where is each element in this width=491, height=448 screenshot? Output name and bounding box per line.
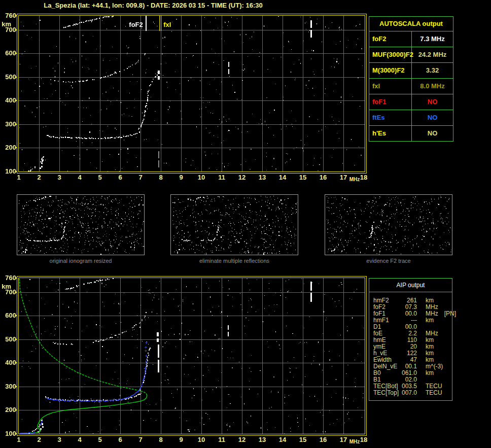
x-axis-tick-label: 10 xyxy=(195,174,208,181)
x-axis-tick-label: 13 xyxy=(256,174,269,181)
y-axis-unit-label: km xyxy=(0,283,11,290)
y-axis-tick-label: 760 xyxy=(0,274,16,282)
x-axis-tick-label: 15 xyxy=(296,174,309,181)
x-axis-tick-label: 5 xyxy=(93,174,107,181)
y-axis-tick xyxy=(15,29,17,30)
y-axis-tick-label: 600 xyxy=(0,50,16,57)
aip-row-label: TEC[Top] xyxy=(373,390,400,396)
x-axis-tick-label: 15 xyxy=(296,436,309,443)
aip-table-rows: hmF2261kmfoF207.3MHzfoF100.0MHz[PN]hmF1-… xyxy=(369,292,452,396)
panel-caption-original: original ionogram resized xyxy=(17,258,145,264)
autoscala-row: M(3000)F23.32 xyxy=(369,63,453,79)
autoscala-output-table: AUTOSCALA output foF27.3 MHzMUF(3000)F22… xyxy=(369,16,453,142)
x-axis-tick-label: 6 xyxy=(114,436,127,443)
x-axis-tick-label: 14 xyxy=(276,174,289,181)
autoscala-table-rows: foF27.3 MHzMUF(3000)F224.2 MHzM(3000)F23… xyxy=(369,31,453,141)
x-axis-tick-label: 8 xyxy=(154,174,167,181)
autoscala-row-value: NO xyxy=(412,94,453,110)
y-axis-tick xyxy=(15,433,17,434)
autoscala-row-label: M(3000)F2 xyxy=(369,63,412,78)
aip-output-table: AIP output hmF2261kmfoF207.3MHzfoF100.0M… xyxy=(369,278,452,401)
y-axis-tick xyxy=(15,171,17,172)
x-axis-tick-label: 9 xyxy=(174,174,188,181)
x-axis-tick-label: 11 xyxy=(215,174,228,181)
x-axis-tick-label: 10 xyxy=(195,436,208,443)
panel-original-ionogram xyxy=(17,194,145,255)
x-axis-tick-label: 1 xyxy=(12,436,25,443)
y-axis-tick xyxy=(15,339,17,340)
y-axis-tick-label: 200 xyxy=(0,144,16,151)
y-axis-tick xyxy=(15,409,17,410)
aip-row-value: 007.0 xyxy=(400,390,417,396)
y-axis-tick-label: 500 xyxy=(0,74,16,81)
y-axis-tick xyxy=(15,15,17,16)
y-axis-tick xyxy=(15,278,17,279)
autoscala-row-value: 3.32 xyxy=(412,63,453,78)
x-axis-tick-label: 14 xyxy=(276,436,289,443)
y-axis-tick xyxy=(15,315,17,316)
autoscala-row-value: NO xyxy=(412,126,453,141)
x-axis-tick-label: 3 xyxy=(53,174,66,181)
autoscala-row-label: MUF(3000)F2 xyxy=(369,47,412,62)
y-axis-tick xyxy=(15,100,17,101)
y-axis-tick xyxy=(15,77,17,78)
aip-row-unit: km xyxy=(426,317,434,324)
y-axis-tick-label: 500 xyxy=(0,336,16,343)
x-axis-tick-label: 2 xyxy=(32,174,46,181)
y-axis-tick-label: 400 xyxy=(0,97,16,104)
y-axis-tick-label: 400 xyxy=(0,359,16,366)
y-axis-tick-label: 200 xyxy=(0,406,16,413)
x-axis-tick-label: 3 xyxy=(53,436,66,443)
panel-canvas-eliminate xyxy=(171,195,298,255)
x-axis-tick-label: 8 xyxy=(154,436,167,443)
y-axis-tick xyxy=(15,147,17,148)
aip-row: TEC[Top]007.0TECU xyxy=(373,390,452,396)
y-axis-tick xyxy=(15,53,17,54)
panel-canvas-evidence xyxy=(325,195,452,255)
station-title: La_Spezia (lat: +44.1, lon: 009.8) - DAT… xyxy=(0,2,306,9)
critical-frequency-marker-label-fxl: fxl xyxy=(163,21,171,28)
ionogram-canvas-bottom xyxy=(17,276,367,436)
x-axis-tick-label: 4 xyxy=(73,174,86,181)
aip-row-extra: [PN] xyxy=(444,311,456,317)
autoscala-row-value: 24.2 MHz xyxy=(412,47,453,62)
critical-frequency-marker-label-foF2: foF2 xyxy=(123,21,143,28)
y-axis-tick-label: 600 xyxy=(0,312,16,319)
panel-canvas-original xyxy=(17,195,144,255)
x-axis-tick-label: 7 xyxy=(134,174,147,181)
aip-row-unit: TECU xyxy=(426,390,442,396)
x-axis-unit-label: MHz xyxy=(347,439,362,445)
y-axis-tick xyxy=(15,292,17,293)
y-axis-tick xyxy=(15,362,17,363)
x-axis-tick-label: 12 xyxy=(235,436,249,443)
autoscala-row-value: 7.3 MHz xyxy=(412,31,453,47)
autoscala-row-value: NO xyxy=(412,110,453,125)
y-axis-tick-label: 760 xyxy=(0,12,16,19)
autoscala-row-value: 8.0 MHz xyxy=(412,79,453,94)
y-axis-tick xyxy=(15,386,17,387)
x-axis-tick-label: 5 xyxy=(93,436,107,443)
autoscala-row-label: ftEs xyxy=(369,110,412,125)
x-axis-tick-label: 16 xyxy=(317,174,330,181)
x-axis-tick-label: 1 xyxy=(12,174,25,181)
aip-table-title: AIP output xyxy=(369,279,452,292)
autoscala-row: fxl8.0 MHz xyxy=(369,79,453,94)
y-axis-unit-label: km xyxy=(0,21,11,28)
x-axis-tick-label: 13 xyxy=(256,436,269,443)
panel-evidence-f2 xyxy=(325,194,452,255)
x-axis-tick-label: 2 xyxy=(32,436,46,443)
aip-row-unit: km xyxy=(426,370,434,376)
autoscala-row: ftEsNO xyxy=(369,110,453,126)
ionogram-canvas-top xyxy=(17,14,367,174)
autoscala-row-label: fxl xyxy=(369,79,412,94)
x-axis-tick-label: 4 xyxy=(73,436,86,443)
x-axis-tick-label: 7 xyxy=(134,436,147,443)
y-axis-tick-label: 300 xyxy=(0,383,16,390)
x-axis-tick-label: 6 xyxy=(114,174,127,181)
x-axis-tick-label: 11 xyxy=(215,436,228,443)
x-axis-unit-label: MHz xyxy=(347,177,362,183)
y-axis-tick-label: 300 xyxy=(0,121,16,128)
autoscala-row: foF27.3 MHz xyxy=(369,31,453,47)
x-axis-tick-label: 9 xyxy=(174,436,188,443)
panel-caption-evidence: evidence F2 trace xyxy=(325,258,452,264)
